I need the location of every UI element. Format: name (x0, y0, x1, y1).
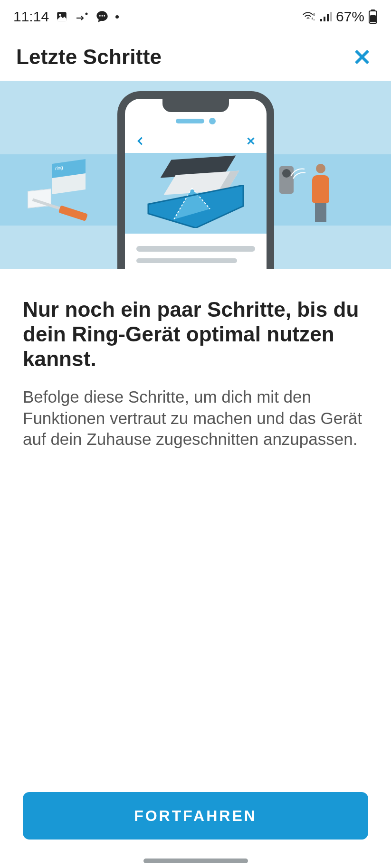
signal-waves-icon (290, 166, 309, 185)
phone-nav-bar (125, 131, 267, 153)
visitor-person-illustration (312, 164, 329, 222)
phone-notch (162, 99, 229, 112)
svg-point-5 (104, 15, 105, 17)
svg-rect-7 (320, 19, 322, 21)
ring-box-illustration: ring (52, 161, 86, 190)
content-area: Nur noch ein paar Schritte, bis du dein … (0, 269, 391, 450)
status-right: 6 67% (302, 9, 378, 25)
content-body: Befolge diese Schritte, um dich mit den … (23, 387, 368, 450)
content-heading: Nur noch ein paar Schritte, bis du dein … (23, 297, 368, 371)
svg-rect-10 (330, 12, 332, 21)
svg-text:6: 6 (313, 12, 315, 17)
hero-illustration: ring (0, 81, 391, 269)
battery-text: 67% (336, 9, 364, 25)
svg-point-2 (86, 13, 88, 15)
chat-icon (95, 10, 109, 23)
svg-point-4 (102, 15, 103, 17)
battery-icon (368, 9, 378, 24)
page-title: Letzte Schritte (16, 45, 162, 69)
status-time: 11:14 (13, 9, 49, 25)
phone-text-placeholder (136, 246, 255, 263)
cell-signal-icon (320, 11, 332, 22)
wifi-icon: 6 (302, 11, 316, 22)
status-left: 11:14 (13, 9, 119, 25)
svg-rect-9 (327, 14, 329, 21)
close-icon (352, 47, 372, 67)
status-bar: 11:14 6 67% (0, 0, 391, 33)
sync-arrow-icon (75, 11, 89, 22)
svg-rect-13 (370, 15, 376, 22)
phone-progress-indicator (125, 116, 267, 126)
chevron-left-icon (135, 136, 146, 148)
phone-close-icon (246, 136, 256, 148)
continue-button[interactable]: FORTFAHREN (23, 792, 368, 840)
more-notifications-dot (115, 15, 119, 19)
svg-rect-8 (324, 17, 325, 21)
app-header: Letzte Schritte (0, 33, 391, 81)
home-indicator (143, 859, 248, 863)
ring-box-label: ring (55, 165, 63, 171)
svg-point-1 (59, 14, 61, 16)
close-button[interactable] (349, 44, 375, 70)
phone-motion-zone-illustration (125, 153, 267, 234)
svg-point-3 (99, 15, 101, 17)
image-icon (56, 10, 68, 23)
phone-mockup (117, 91, 274, 269)
footer: FORTFAHREN (0, 792, 391, 840)
